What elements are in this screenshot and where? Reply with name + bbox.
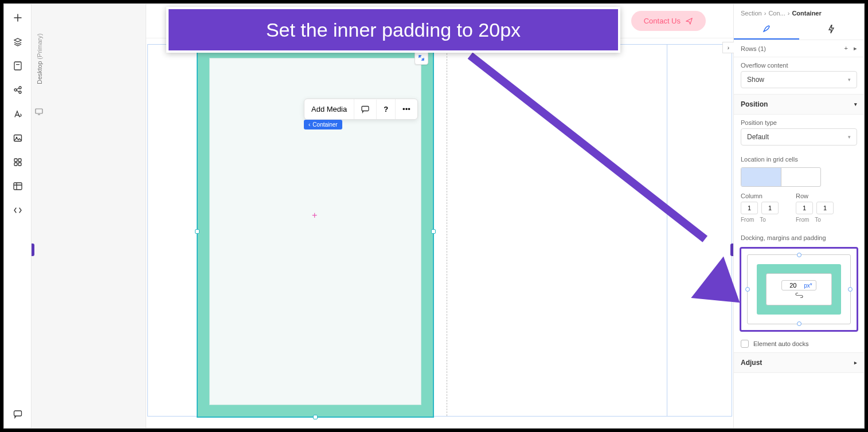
resize-handle[interactable] bbox=[313, 415, 318, 419]
row-label: Row bbox=[796, 193, 834, 199]
padding-value-input[interactable] bbox=[785, 282, 800, 289]
link-padding-icon[interactable] bbox=[795, 293, 803, 299]
inspector-panel: › Section › Con... › Container Rows (1) … bbox=[733, 4, 864, 428]
position-type-label: Position type bbox=[734, 115, 864, 128]
rows-header[interactable]: Rows (1) + ▸ bbox=[734, 40, 864, 57]
padding-input-group: px* bbox=[781, 280, 816, 290]
row-to-input[interactable] bbox=[816, 202, 834, 214]
svg-rect-12 bbox=[14, 411, 21, 416]
svg-point-3 bbox=[19, 87, 21, 89]
docking-label: Docking, margins and padding bbox=[734, 226, 864, 244]
row-from-input[interactable] bbox=[796, 202, 813, 214]
position-section[interactable]: Position▾ bbox=[734, 94, 864, 115]
inspector-tabs bbox=[734, 20, 864, 40]
add-media-button[interactable]: Add Media bbox=[304, 99, 354, 119]
column-from-input[interactable] bbox=[741, 202, 758, 214]
padding-control[interactable]: px* bbox=[740, 247, 858, 332]
text-icon[interactable] bbox=[12, 108, 24, 120]
tab-design[interactable] bbox=[734, 20, 799, 40]
breadcrumb[interactable]: Section › Con... › Container bbox=[734, 4, 864, 20]
chat-icon[interactable] bbox=[12, 409, 24, 420]
scroll-marker bbox=[32, 244, 34, 256]
chevron-down-icon: ▾ bbox=[848, 77, 851, 83]
dock-handle[interactable] bbox=[848, 287, 853, 292]
overflow-select[interactable]: Show▾ bbox=[741, 71, 857, 88]
resize-handle[interactable] bbox=[195, 229, 200, 234]
position-type-select[interactable]: Default▾ bbox=[741, 128, 857, 146]
left-toolbar bbox=[4, 4, 32, 428]
padding-unit[interactable]: px* bbox=[804, 282, 812, 289]
grid-location-picker[interactable] bbox=[741, 167, 821, 187]
checkbox-icon[interactable] bbox=[741, 340, 749, 348]
desktop-icon[interactable] bbox=[35, 108, 43, 115]
overflow-label: Overflow content bbox=[734, 57, 864, 71]
collapse-panel-button[interactable]: › bbox=[722, 42, 734, 53]
table-icon[interactable] bbox=[12, 180, 24, 192]
svg-rect-5 bbox=[14, 135, 21, 142]
contact-button[interactable]: Contact Us bbox=[631, 11, 706, 31]
layers-icon[interactable] bbox=[12, 36, 24, 48]
element-toolbar: Add Media ? ••• bbox=[304, 99, 418, 120]
resize-handle[interactable] bbox=[431, 229, 436, 234]
more-icon[interactable]: ••• bbox=[396, 99, 417, 119]
svg-rect-9 bbox=[14, 163, 17, 166]
expand-button[interactable] bbox=[415, 51, 428, 65]
image-icon[interactable] bbox=[12, 132, 24, 144]
auto-dock-checkbox[interactable]: Element auto docks bbox=[734, 335, 864, 352]
dock-handle[interactable] bbox=[797, 253, 801, 257]
add-element-icon[interactable]: + bbox=[312, 210, 317, 221]
help-icon[interactable]: ? bbox=[377, 99, 396, 119]
share-icon[interactable] bbox=[12, 84, 24, 96]
svg-rect-10 bbox=[18, 163, 21, 166]
column-outline bbox=[667, 45, 667, 416]
svg-point-2 bbox=[14, 89, 17, 91]
layers-panel: Desktop (Primary) bbox=[32, 4, 146, 428]
device-label: Desktop (Primary) bbox=[36, 33, 43, 84]
grid-location-label: Location in grid cells bbox=[734, 151, 864, 165]
column-divider bbox=[447, 45, 447, 416]
canvas[interactable]: Bright Lanterns Marketing Home Contact U… bbox=[146, 4, 733, 428]
add-icon[interactable] bbox=[12, 12, 24, 23]
tab-interactions[interactable] bbox=[799, 20, 865, 40]
instruction-banner: Set the inner padding to 20px bbox=[166, 7, 620, 53]
apps-icon[interactable] bbox=[12, 156, 24, 168]
element-badge[interactable]: ‹ Container bbox=[304, 120, 342, 129]
send-icon bbox=[685, 17, 693, 25]
comment-icon[interactable] bbox=[354, 100, 377, 119]
column-to-input[interactable] bbox=[761, 202, 779, 214]
svg-rect-1 bbox=[16, 64, 19, 65]
svg-rect-0 bbox=[14, 62, 21, 70]
svg-rect-13 bbox=[36, 109, 42, 113]
code-icon[interactable] bbox=[12, 205, 24, 216]
svg-rect-14 bbox=[362, 106, 369, 111]
column-label: Column bbox=[741, 193, 779, 199]
adjust-section[interactable]: Adjust▸ bbox=[734, 352, 864, 373]
add-row-icon[interactable]: + bbox=[844, 45, 848, 52]
expand-rows-icon[interactable]: ▸ bbox=[854, 45, 857, 52]
svg-point-4 bbox=[19, 91, 21, 93]
dock-handle[interactable] bbox=[797, 321, 801, 326]
page-icon[interactable] bbox=[12, 60, 24, 72]
svg-rect-7 bbox=[14, 159, 17, 162]
svg-rect-8 bbox=[18, 159, 21, 162]
svg-rect-11 bbox=[14, 183, 22, 190]
